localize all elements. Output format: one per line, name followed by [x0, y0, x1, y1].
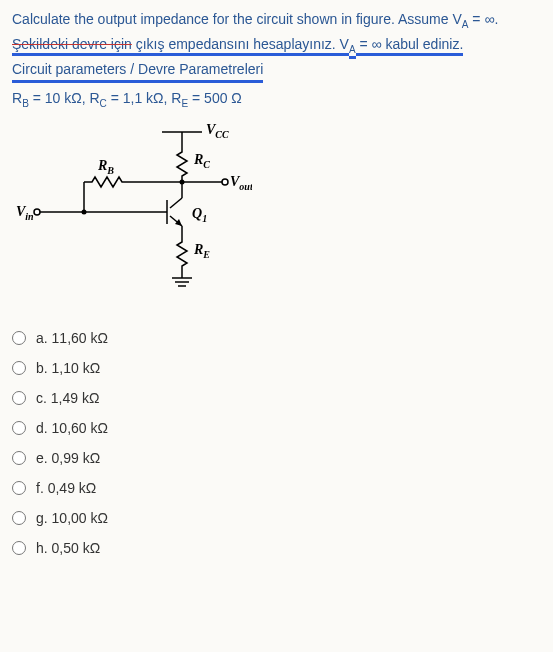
- option-b[interactable]: b. 1,10 kΩ: [12, 360, 541, 376]
- svg-text:RB: RB: [97, 158, 114, 176]
- svg-point-20: [82, 209, 87, 214]
- q3-text: Circuit parameters / Devre Parametreleri: [12, 58, 263, 83]
- radio-d[interactable]: [12, 421, 26, 435]
- svg-point-6: [222, 179, 228, 185]
- q2-sub: A: [349, 44, 356, 59]
- q2-strike: Şekildeki devre için: [12, 36, 132, 56]
- radio-b[interactable]: [12, 361, 26, 375]
- question-line-2: Şekildeki devre için çıkış empedansını h…: [12, 33, 541, 58]
- q2-tail: = ∞ kabul ediniz.: [356, 36, 464, 56]
- svg-text:Vout: Vout: [230, 174, 252, 192]
- radio-f[interactable]: [12, 481, 26, 495]
- option-c[interactable]: c. 1,49 kΩ: [12, 390, 541, 406]
- circuit-params: RB = 10 kΩ, RC = 1,1 kΩ, RE = 500 Ω: [12, 87, 541, 112]
- option-h-label: h. 0,50 kΩ: [36, 540, 100, 556]
- option-f[interactable]: f. 0,49 kΩ: [12, 480, 541, 496]
- option-c-label: c. 1,49 kΩ: [36, 390, 99, 406]
- q1-text: Calculate the output impedance for the c…: [12, 11, 462, 27]
- option-g[interactable]: g. 10,00 kΩ: [12, 510, 541, 526]
- radio-e[interactable]: [12, 451, 26, 465]
- question-line-3: Circuit parameters / Devre Parametreleri: [12, 58, 541, 83]
- option-g-label: g. 10,00 kΩ: [36, 510, 108, 526]
- question-block: Calculate the output impedance for the c…: [12, 8, 541, 112]
- option-h[interactable]: h. 0,50 kΩ: [12, 540, 541, 556]
- question-line-1: Calculate the output impedance for the c…: [12, 8, 541, 33]
- svg-text:RC: RC: [193, 152, 210, 170]
- q1-tail: = ∞.: [468, 11, 498, 27]
- radio-a[interactable]: [12, 331, 26, 345]
- radio-c[interactable]: [12, 391, 26, 405]
- radio-h[interactable]: [12, 541, 26, 555]
- option-b-label: b. 1,10 kΩ: [36, 360, 100, 376]
- option-a-label: a. 11,60 kΩ: [36, 330, 108, 346]
- option-e-label: e. 0,99 kΩ: [36, 450, 100, 466]
- option-d[interactable]: d. 10,60 kΩ: [12, 420, 541, 436]
- circuit-diagram: .w { stroke:#000; stroke-width:1.5; fill…: [12, 120, 252, 300]
- option-f-label: f. 0,49 kΩ: [36, 480, 96, 496]
- svg-line-9: [170, 198, 182, 208]
- option-e[interactable]: e. 0,99 kΩ: [12, 450, 541, 466]
- answer-options: a. 11,60 kΩ b. 1,10 kΩ c. 1,49 kΩ d. 10,…: [12, 330, 541, 556]
- option-d-label: d. 10,60 kΩ: [36, 420, 108, 436]
- svg-text:VCC: VCC: [206, 122, 229, 140]
- q2-mid: çıkış empedansını hesaplayınız. V: [132, 36, 349, 56]
- radio-g[interactable]: [12, 511, 26, 525]
- option-a[interactable]: a. 11,60 kΩ: [12, 330, 541, 346]
- svg-text:Q1: Q1: [192, 206, 207, 224]
- svg-text:RE: RE: [193, 242, 210, 260]
- svg-marker-12: [175, 219, 182, 226]
- svg-point-19: [34, 209, 40, 215]
- svg-text:Vin: Vin: [16, 204, 34, 222]
